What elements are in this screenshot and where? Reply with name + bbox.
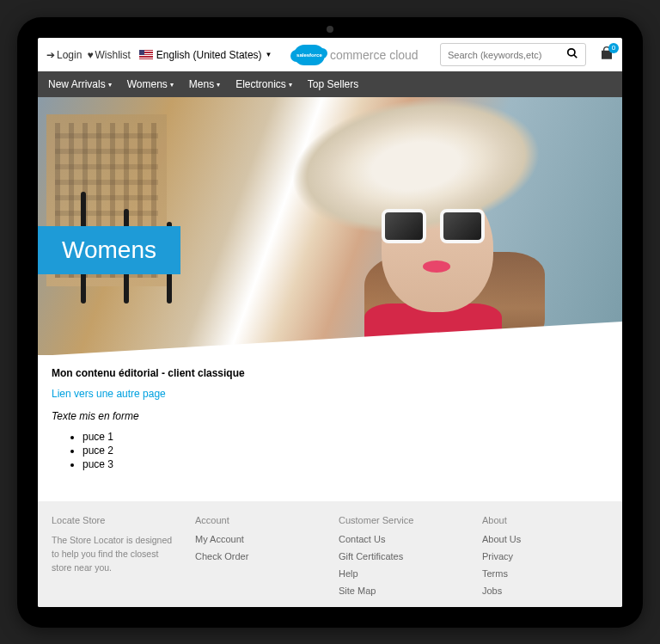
us-flag-icon xyxy=(139,50,153,59)
nav-label: Top Sellers xyxy=(308,78,358,90)
brand-name: commerce cloud xyxy=(330,48,419,62)
salesforce-cloud-icon: salesforce xyxy=(294,45,325,65)
hero-sunglasses xyxy=(382,209,485,245)
caret-down-icon: ▼ xyxy=(266,51,272,58)
top-bar-left: ➔ Login ♥ Wishlist English (United State… xyxy=(46,49,272,61)
login-label: Login xyxy=(57,49,82,61)
search-box[interactable] xyxy=(440,43,586,66)
footer-link-gift[interactable]: Gift Certificates xyxy=(339,551,465,561)
footer-link-my-account[interactable]: My Account xyxy=(195,534,321,544)
nav-item-mens[interactable]: Mens▾ xyxy=(189,78,220,90)
footer-link-help[interactable]: Help xyxy=(339,568,465,579)
nav-label: New Arrivals xyxy=(48,78,106,90)
search-input[interactable] xyxy=(448,50,566,60)
list-item: puce 3 xyxy=(82,458,608,470)
footer-description: The Store Locator is designed to help yo… xyxy=(52,534,178,574)
brand-logo[interactable]: salesforce commerce cloud xyxy=(279,45,434,65)
caret-down-icon: ▾ xyxy=(289,81,292,89)
cart-button[interactable]: 0 xyxy=(600,46,614,64)
caret-down-icon: ▾ xyxy=(108,81,112,89)
footer: Locate Store The Store Locator is design… xyxy=(38,501,622,607)
screen: ➔ Login ♥ Wishlist English (United State… xyxy=(38,38,622,607)
hero-banner: Womens xyxy=(38,97,622,355)
list-item: puce 2 xyxy=(82,445,608,457)
nav-item-new-arrivals[interactable]: New Arrivals▾ xyxy=(48,78,112,90)
hero-hat xyxy=(260,97,573,272)
footer-heading: Account xyxy=(195,515,321,525)
nav-item-electronics[interactable]: Electronics▾ xyxy=(235,78,292,90)
list-item: puce 1 xyxy=(82,431,608,443)
cart-count-badge: 0 xyxy=(608,43,619,53)
footer-locate-store: Locate Store The Store Locator is design… xyxy=(52,515,178,603)
footer-link-terms[interactable]: Terms xyxy=(482,568,608,579)
content-styled-text: Texte mis en forme xyxy=(52,410,608,422)
tablet-camera xyxy=(327,26,333,33)
hero-title: Womens xyxy=(38,226,180,274)
footer-link-check-order[interactable]: Check Order xyxy=(195,551,321,561)
login-arrow-icon: ➔ xyxy=(46,49,55,61)
editorial-content: Mon contenu éditorial - client classique… xyxy=(38,355,622,484)
nav-item-top-sellers[interactable]: Top Sellers xyxy=(308,78,358,90)
locale-selector[interactable]: English (United States) ▼ xyxy=(139,49,272,61)
content-bullet-list: puce 1 puce 2 puce 3 xyxy=(82,431,608,470)
main-nav: New Arrivals▾ Womens▾ Mens▾ Electronics▾… xyxy=(38,71,622,97)
svg-line-1 xyxy=(574,55,578,58)
top-bar: ➔ Login ♥ Wishlist English (United State… xyxy=(38,38,622,71)
wishlist-link[interactable]: ♥ Wishlist xyxy=(87,49,130,61)
footer-link-contact[interactable]: Contact Us xyxy=(339,534,465,544)
footer-heading: About xyxy=(482,515,608,525)
content-link[interactable]: Lien vers une autre page xyxy=(52,388,608,400)
search-icon xyxy=(566,48,578,62)
footer-about: About About Us Privacy Terms Jobs xyxy=(482,515,608,603)
login-link[interactable]: ➔ Login xyxy=(46,49,82,61)
nav-label: Mens xyxy=(189,78,214,90)
nav-label: Electronics xyxy=(235,78,286,90)
footer-link-privacy[interactable]: Privacy xyxy=(482,551,608,561)
lens-left xyxy=(382,209,426,243)
caret-down-icon: ▾ xyxy=(217,81,220,89)
wishlist-label: Wishlist xyxy=(95,49,131,61)
heart-icon: ♥ xyxy=(87,49,93,61)
footer-customer-service: Customer Service Contact Us Gift Certifi… xyxy=(339,515,465,603)
locale-label: English (United States) xyxy=(156,49,262,61)
content-heading: Mon contenu éditorial - client classique xyxy=(52,367,608,379)
nav-label: Womens xyxy=(127,78,168,90)
footer-link-about-us[interactable]: About Us xyxy=(482,534,608,544)
footer-account: Account My Account Check Order xyxy=(195,515,321,603)
footer-link-sitemap[interactable]: Site Map xyxy=(339,586,465,596)
hero-lips xyxy=(423,261,450,273)
footer-heading: Locate Store xyxy=(52,515,178,525)
cloud-text: salesforce xyxy=(296,52,322,58)
lens-right xyxy=(440,209,485,243)
caret-down-icon: ▾ xyxy=(170,81,174,89)
footer-heading: Customer Service xyxy=(339,515,465,525)
nav-item-womens[interactable]: Womens▾ xyxy=(127,78,174,90)
footer-link-jobs[interactable]: Jobs xyxy=(482,586,608,596)
tablet-frame: ➔ Login ♥ Wishlist English (United State… xyxy=(17,17,643,628)
svg-point-0 xyxy=(568,49,575,56)
search-button[interactable] xyxy=(566,47,578,62)
